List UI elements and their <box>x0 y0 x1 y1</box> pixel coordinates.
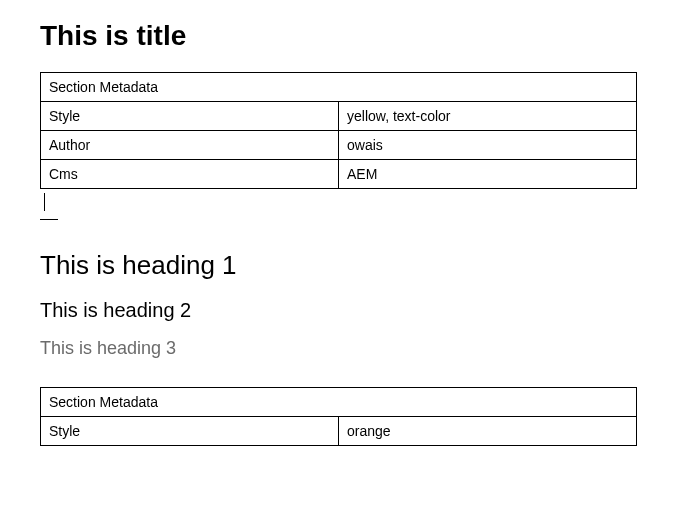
table-row: Cms AEM <box>41 160 637 189</box>
heading-2: This is heading 2 <box>40 299 637 322</box>
table-header-cell: Section Metadata <box>41 388 637 417</box>
table-value-cell: yellow, text-color <box>339 102 637 131</box>
divider-mark <box>40 219 58 220</box>
table-header-cell: Section Metadata <box>41 73 637 102</box>
table-key-cell: Cms <box>41 160 339 189</box>
table-key-cell: Author <box>41 131 339 160</box>
table-row: Author owais <box>41 131 637 160</box>
table-header-row: Section Metadata <box>41 388 637 417</box>
table-row: Style yellow, text-color <box>41 102 637 131</box>
table-value-cell: owais <box>339 131 637 160</box>
table-value-cell: AEM <box>339 160 637 189</box>
metadata-table-1: Section Metadata Style yellow, text-colo… <box>40 72 637 189</box>
metadata-table-2: Section Metadata Style orange <box>40 387 637 446</box>
page-title: This is title <box>40 20 637 52</box>
table-value-cell: orange <box>339 417 637 446</box>
heading-3: This is heading 3 <box>40 338 637 359</box>
table-row: Style orange <box>41 417 637 446</box>
heading-1: This is heading 1 <box>40 250 637 281</box>
table-key-cell: Style <box>41 102 339 131</box>
table-key-cell: Style <box>41 417 339 446</box>
table-header-row: Section Metadata <box>41 73 637 102</box>
text-cursor <box>44 193 45 211</box>
